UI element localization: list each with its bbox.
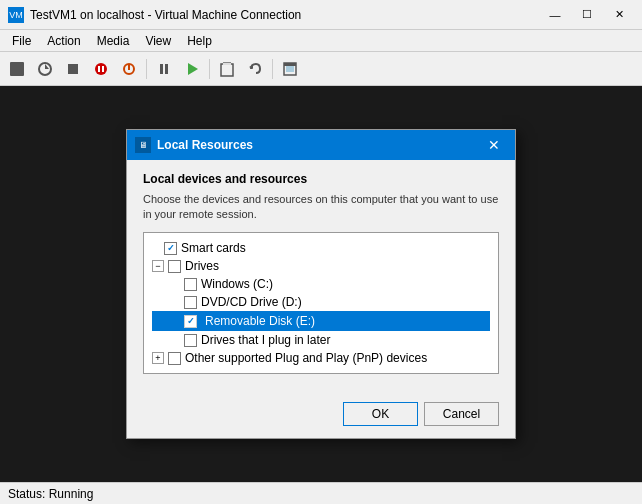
dialog-footer: OK Cancel: [127, 398, 515, 438]
svg-rect-0: [10, 62, 24, 76]
fullscreen-button[interactable]: [277, 56, 303, 82]
shutdown-icon: [121, 61, 137, 77]
svg-rect-3: [68, 64, 78, 74]
play-icon: [184, 61, 200, 77]
app-icon: VM: [8, 7, 24, 23]
pause-vm-button[interactable]: [88, 56, 114, 82]
plug-in-later-checkbox[interactable]: [184, 334, 197, 347]
maximize-button[interactable]: ☐: [572, 5, 602, 25]
windows-c-label: Windows (C:): [201, 277, 273, 291]
svg-rect-14: [223, 63, 231, 65]
windows-c-checkbox[interactable]: [184, 278, 197, 291]
clipboard-icon: [219, 61, 235, 77]
dvd-cd-item[interactable]: DVD/CD Drive (D:): [152, 293, 490, 311]
power-button[interactable]: [4, 56, 30, 82]
dvd-cd-checkbox[interactable]: [184, 296, 197, 309]
removable-disk-label: Removable Disk (E:): [201, 313, 319, 329]
smart-cards-item[interactable]: Smart cards: [152, 239, 490, 257]
menu-file[interactable]: File: [4, 32, 39, 50]
vm-display-area: 🖥 Local Resources ✕ Local devices and re…: [0, 86, 642, 482]
dialog-description: Choose the devices and resources on this…: [143, 192, 499, 223]
svg-marker-11: [188, 63, 198, 75]
toolbar: [0, 52, 642, 86]
pause-button[interactable]: [151, 56, 177, 82]
svg-rect-5: [98, 66, 100, 72]
svg-rect-17: [286, 65, 294, 72]
minimize-button[interactable]: —: [540, 5, 570, 25]
ok-button[interactable]: OK: [343, 402, 418, 426]
status-bar: Status: Running: [0, 482, 642, 504]
dvd-cd-label: DVD/CD Drive (D:): [201, 295, 302, 309]
window-title: TestVM1 on localhost - Virtual Machine C…: [30, 8, 540, 22]
resource-list[interactable]: Smart cards − Drives Windows (C:): [143, 232, 499, 374]
pnp-checkbox[interactable]: [168, 352, 181, 365]
pause-icon: [156, 61, 172, 77]
pnp-expand-button[interactable]: +: [152, 352, 164, 364]
separator-3: [272, 59, 273, 79]
undo-icon: [247, 61, 263, 77]
svg-rect-18: [284, 63, 296, 66]
svg-rect-9: [160, 64, 163, 74]
removable-disk-item[interactable]: Removable Disk (E:): [152, 311, 490, 331]
stop-button[interactable]: [60, 56, 86, 82]
svg-rect-6: [102, 66, 104, 72]
window-controls: — ☐ ✕: [540, 5, 634, 25]
fullscreen-icon: [282, 61, 298, 77]
drives-item[interactable]: − Drives: [152, 257, 490, 275]
menu-help[interactable]: Help: [179, 32, 220, 50]
clipboard-button[interactable]: [214, 56, 240, 82]
plug-in-later-item[interactable]: Drives that I plug in later: [152, 331, 490, 349]
cancel-button[interactable]: Cancel: [424, 402, 499, 426]
close-button[interactable]: ✕: [604, 5, 634, 25]
smart-cards-label: Smart cards: [181, 241, 246, 255]
power-icon: [9, 61, 25, 77]
dialog-section-title: Local devices and resources: [143, 172, 499, 186]
plug-in-later-label: Drives that I plug in later: [201, 333, 330, 347]
pnp-devices-item[interactable]: + Other supported Plug and Play (PnP) de…: [152, 349, 490, 367]
drives-label: Drives: [185, 259, 219, 273]
smart-cards-checkbox[interactable]: [164, 242, 177, 255]
svg-point-4: [95, 63, 107, 75]
local-resources-dialog: 🖥 Local Resources ✕ Local devices and re…: [126, 129, 516, 440]
svg-rect-8: [128, 64, 130, 70]
menu-media[interactable]: Media: [89, 32, 138, 50]
status-text: Status: Running: [8, 487, 93, 501]
dialog-overlay: 🖥 Local Resources ✕ Local devices and re…: [0, 86, 642, 482]
drives-expand-button[interactable]: −: [152, 260, 164, 272]
title-bar: VM TestVM1 on localhost - Virtual Machin…: [0, 0, 642, 30]
pnp-label: Other supported Plug and Play (PnP) devi…: [185, 351, 427, 365]
svg-rect-13: [221, 64, 233, 76]
dialog-title: Local Resources: [157, 138, 481, 152]
revert-button[interactable]: [32, 56, 58, 82]
dialog-body: Local devices and resources Choose the d…: [127, 160, 515, 399]
revert-icon: [37, 61, 53, 77]
pause-vm-icon: [93, 61, 109, 77]
menu-action[interactable]: Action: [39, 32, 88, 50]
undo-button[interactable]: [242, 56, 268, 82]
stop-icon: [65, 61, 81, 77]
separator-1: [146, 59, 147, 79]
dialog-title-icon: 🖥: [135, 137, 151, 153]
svg-rect-10: [165, 64, 168, 74]
removable-disk-checkbox[interactable]: [184, 315, 197, 328]
dialog-title-bar: 🖥 Local Resources ✕: [127, 130, 515, 160]
play-button[interactable]: [179, 56, 205, 82]
shutdown-button[interactable]: [116, 56, 142, 82]
menu-view[interactable]: View: [137, 32, 179, 50]
menu-bar: File Action Media View Help: [0, 30, 642, 52]
dialog-close-button[interactable]: ✕: [481, 134, 507, 156]
windows-c-item[interactable]: Windows (C:): [152, 275, 490, 293]
separator-2: [209, 59, 210, 79]
drives-checkbox[interactable]: [168, 260, 181, 273]
